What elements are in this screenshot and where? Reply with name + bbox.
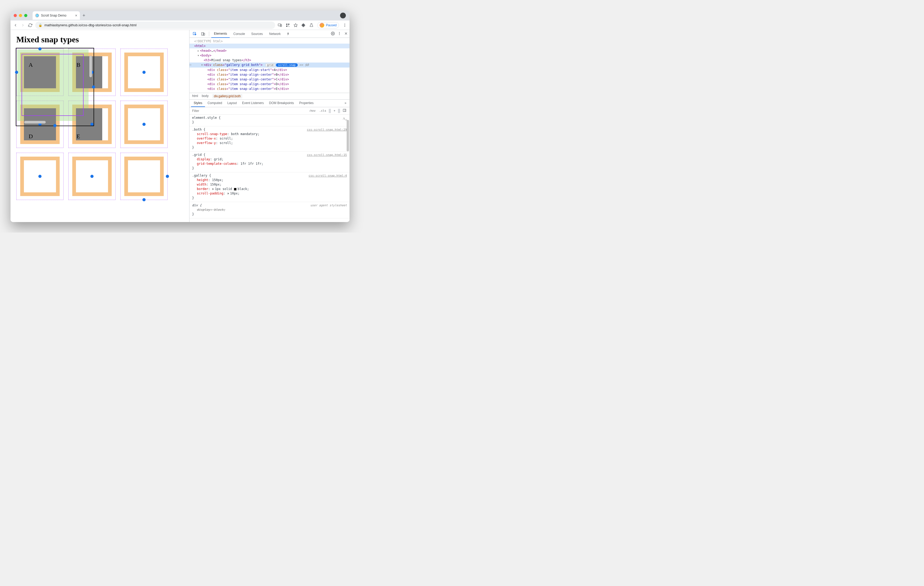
dom-node[interactable]: ▸<head>…</head> <box>190 48 350 53</box>
scrollbar-vertical[interactable] <box>346 115 350 222</box>
tab-event-listeners[interactable]: Event Listeners <box>239 100 266 107</box>
styles-body[interactable]: AA element.style {}.both {css-scroll-sna… <box>190 115 350 222</box>
svg-rect-13 <box>203 33 205 35</box>
css-declaration[interactable]: overflow-y: scroll; <box>192 141 347 145</box>
tab-dom-breakpoints[interactable]: DOM Breakpoints <box>266 100 297 107</box>
svg-point-17 <box>339 34 340 35</box>
dom-node[interactable]: <html> <box>190 44 350 48</box>
svg-marker-7 <box>294 23 297 27</box>
svg-rect-4 <box>286 25 287 27</box>
dom-node[interactable]: ▾<body> <box>190 53 350 58</box>
css-rule[interactable]: .gallery {css-scroll-snap.html:4height: … <box>190 172 350 202</box>
toggle-sidebar-icon[interactable] <box>342 108 347 114</box>
item-label: E <box>76 133 80 140</box>
divider <box>338 109 340 113</box>
minimize-window-icon[interactable] <box>19 14 22 17</box>
new-rule-button[interactable]: + <box>332 109 337 113</box>
breadcrumb: html body div.gallery.grid.both <box>190 93 350 100</box>
snap-point-icon <box>53 124 56 127</box>
toolbar: 🔒 mathiasbynens.github.io/css-dbg-storie… <box>10 20 350 30</box>
grid-cell[interactable] <box>68 153 116 200</box>
css-declaration[interactable]: display: block; <box>192 208 347 212</box>
hov-toggle[interactable]: :hov <box>307 109 317 113</box>
css-declaration[interactable]: overflow-x: scroll; <box>192 136 347 141</box>
css-declaration[interactable]: height: 150px; <box>192 178 347 182</box>
scrollbar-vertical[interactable] <box>89 56 92 77</box>
device-toggle-icon[interactable] <box>200 31 207 37</box>
inspect-icon[interactable] <box>191 31 198 37</box>
more-tabs-icon[interactable] <box>284 31 292 37</box>
maximize-window-icon[interactable] <box>24 14 27 17</box>
svg-point-10 <box>345 26 345 27</box>
css-declaration[interactable]: border: 1px solid black; <box>192 187 347 191</box>
close-tab-icon[interactable]: × <box>75 13 77 18</box>
dom-node-selected[interactable]: ⋯▾<div class="gallery grid both"> gridsc… <box>190 63 350 68</box>
tab-console[interactable]: Console <box>231 30 248 38</box>
dom-node[interactable]: <div class="item snap-align-start">A</di… <box>190 68 350 72</box>
crumb-body[interactable]: body <box>202 94 209 98</box>
tab-title: Scroll Snap Demo <box>41 14 66 17</box>
lock-icon: 🔒 <box>38 23 42 27</box>
devices-icon[interactable] <box>278 23 282 27</box>
grid-badge[interactable]: grid <box>266 63 275 67</box>
snap-point-icon <box>91 175 94 178</box>
reload-button[interactable] <box>28 23 33 28</box>
bookmark-star-icon[interactable] <box>294 23 298 27</box>
tab-computed[interactable]: Computed <box>205 100 225 107</box>
grid-cell[interactable] <box>16 153 64 200</box>
snap-point-icon <box>142 198 145 201</box>
css-rule[interactable]: div {user agent stylesheetdisplay: block… <box>190 202 350 218</box>
dom-node[interactable]: <div class="item snap-align-center">E</d… <box>190 86 350 91</box>
qr-icon[interactable] <box>285 23 290 27</box>
scrollbar-horizontal[interactable] <box>24 121 46 124</box>
snap-point-icon <box>38 47 41 50</box>
cls-toggle[interactable]: .cls <box>318 109 327 113</box>
css-declaration[interactable]: grid-template-columns: 1fr 1fr 1fr; <box>192 162 347 166</box>
tab-properties[interactable]: Properties <box>297 100 317 107</box>
close-devtools-icon[interactable] <box>344 31 348 36</box>
css-rule[interactable]: .grid {css-scroll-snap.html:15display: g… <box>190 152 350 172</box>
dom-node[interactable]: <div class="item snap-align-center">B</d… <box>190 72 350 77</box>
content-split: Mixed snap types A B <box>10 30 350 222</box>
dom-node[interactable]: <div class="item snap-align-center">C</d… <box>190 77 350 82</box>
grid-cell[interactable] <box>120 153 168 200</box>
css-rule[interactable]: element.style {} <box>190 115 350 126</box>
tab-styles[interactable]: Styles <box>191 100 205 107</box>
css-declaration[interactable]: display: grid; <box>192 157 347 162</box>
css-declaration[interactable]: width: 150px; <box>192 182 347 187</box>
tab-elements[interactable]: Elements <box>211 30 230 38</box>
tab-layout[interactable]: Layout <box>225 100 239 107</box>
tab-sources[interactable]: Sources <box>249 30 266 38</box>
settings-gear-icon[interactable] <box>331 31 335 36</box>
avatar-icon <box>320 23 324 28</box>
css-declaration[interactable]: scroll-padding: 10px; <box>192 191 347 196</box>
svg-point-15 <box>339 32 340 33</box>
labs-icon[interactable] <box>309 23 314 27</box>
dom-tree[interactable]: <!DOCTYPE html> <html> ▸<head>…</head> ▾… <box>190 38 350 93</box>
new-tab-button[interactable]: + <box>82 13 86 18</box>
css-rule[interactable]: .both {css-scroll-snap.html:29scroll-sna… <box>190 126 350 152</box>
kebab-menu-icon[interactable] <box>343 23 347 27</box>
item-label: D <box>29 133 33 140</box>
titlebar: 🌐 Scroll Snap Demo × + <box>10 10 350 20</box>
crumb-selected[interactable]: div.gallery.grid.both <box>212 94 242 98</box>
profile-paused-chip[interactable]: Paused <box>317 22 339 28</box>
grid-cell[interactable] <box>120 101 168 148</box>
back-button[interactable] <box>13 23 18 28</box>
styles-filter-input[interactable] <box>190 109 305 113</box>
tab-network[interactable]: Network <box>266 30 283 38</box>
kebab-menu-icon[interactable] <box>337 31 342 36</box>
styles-tabbar: Styles Computed Layout Event Listeners D… <box>190 100 350 107</box>
dom-node[interactable]: <!DOCTYPE html> <box>190 39 350 44</box>
css-declaration[interactable]: scroll-snap-type: both mandatory; <box>192 132 347 136</box>
crumb-html[interactable]: html <box>192 94 198 98</box>
browser-tab[interactable]: 🌐 Scroll Snap Demo × <box>33 11 80 20</box>
extensions-icon[interactable] <box>302 23 306 27</box>
grid-cell[interactable] <box>120 49 168 96</box>
close-window-icon[interactable] <box>14 14 17 17</box>
more-tabs-icon[interactable]: » <box>343 100 348 107</box>
scroll-snap-badge[interactable]: scroll-snap <box>276 63 297 67</box>
dom-node[interactable]: <h3>Mixed snap types</h3> <box>190 58 350 63</box>
dom-node[interactable]: <div class="item snap-align-center">D</d… <box>190 82 350 86</box>
address-bar[interactable]: 🔒 mathiasbynens.github.io/css-dbg-storie… <box>35 21 275 29</box>
